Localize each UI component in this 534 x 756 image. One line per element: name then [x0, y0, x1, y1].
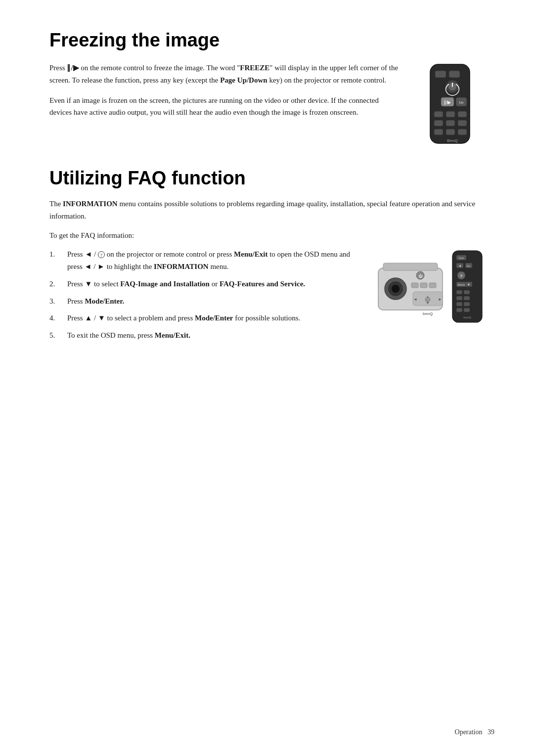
svg-text:∥/▶: ∥/▶: [444, 100, 451, 105]
freeze-section: Press ∥/▶ on the remote control to freez…: [49, 62, 494, 153]
faq-step-2-text: Press ▼ to select FAQ-Image and Installa…: [67, 278, 305, 290]
svg-rect-50: [456, 290, 462, 294]
svg-rect-56: [456, 308, 462, 312]
freeze-title: Freezing the image: [49, 30, 494, 51]
svg-text:Exit: Exit: [459, 257, 464, 260]
svg-rect-28: [420, 283, 427, 288]
svg-rect-15: [458, 120, 467, 126]
svg-rect-1: [435, 71, 446, 78]
footer-page: 39: [488, 728, 494, 736]
svg-rect-52: [456, 296, 462, 300]
svg-text:⏻: ⏻: [418, 274, 423, 278]
freeze-text-column: Press ∥/▶ on the remote control to freez…: [49, 62, 400, 127]
svg-rect-11: [446, 111, 455, 117]
faq-step-5-text: To exit the OSD menu, press Menu/Exit.: [67, 329, 190, 342]
svg-text:②: ②: [460, 274, 463, 277]
faq-step-4-text: Press ▲ / ▼ to select a problem and pres…: [67, 312, 300, 324]
faq-title: Utilizing FAQ function: [49, 168, 494, 189]
svg-text:benQ: benQ: [463, 316, 471, 319]
svg-rect-51: [464, 290, 470, 294]
svg-text:◄: ◄: [413, 297, 417, 302]
svg-rect-18: [458, 129, 467, 135]
freeze-para1: Press ∥/▶ on the remote control to freez…: [49, 62, 400, 87]
svg-rect-17: [446, 129, 455, 135]
faq-step-3-text: Press Mode/Enter.: [67, 295, 124, 308]
freeze-remote-image: ∥/▶ Me BenQ: [415, 62, 494, 153]
faq-content-area: Press ◄ / ? on the projector or remote c…: [49, 248, 494, 347]
remote-control-icon: ∥/▶ Me BenQ: [415, 62, 485, 151]
faq-step-1-text: Press ◄ / ? on the projector or remote c…: [67, 248, 366, 273]
faq-get-text: To get the FAQ information:: [49, 229, 494, 242]
svg-rect-16: [434, 129, 443, 135]
svg-text:BenQ: BenQ: [447, 138, 457, 143]
svg-rect-55: [464, 302, 470, 306]
faq-step-3: Press Mode/Enter.: [49, 295, 366, 308]
svg-text:►: ►: [438, 297, 442, 302]
svg-text:◄: ◄: [458, 264, 462, 267]
faq-step-2: Press ▼ to select FAQ-Image and Installa…: [49, 278, 366, 290]
svg-rect-14: [446, 120, 455, 126]
faq-intro-text: The INFORMATION menu contains possible s…: [49, 198, 494, 222]
svg-text:En: En: [467, 265, 470, 267]
svg-text:Me: Me: [459, 101, 464, 104]
svg-rect-12: [458, 111, 467, 117]
faq-ordered-list: Press ◄ / ? on the projector or remote c…: [49, 248, 366, 342]
svg-point-35: [425, 297, 430, 302]
svg-point-24: [392, 285, 400, 293]
svg-text:▼: ▼: [467, 283, 471, 286]
faq-steps-list: Press ◄ / ? on the projector or remote c…: [49, 248, 366, 347]
svg-rect-21: [383, 263, 438, 270]
faq-step-4: Press ▲ / ▼ to select a problem and pres…: [49, 312, 366, 324]
svg-rect-27: [411, 283, 418, 288]
svg-rect-54: [456, 302, 462, 306]
faq-section: Utilizing FAQ function The INFORMATION m…: [49, 168, 494, 347]
svg-rect-10: [434, 111, 443, 117]
page-footer: Operation 39: [455, 728, 494, 736]
svg-rect-53: [464, 296, 470, 300]
svg-rect-13: [434, 120, 443, 126]
footer-label: Operation: [455, 728, 483, 736]
svg-text:benQ: benQ: [423, 311, 433, 316]
svg-text:Blank: Blank: [457, 283, 465, 286]
faq-step-1: Press ◄ / ? on the projector or remote c…: [49, 248, 366, 273]
freeze-para2: Even if an image is frozen on the screen…: [49, 94, 400, 119]
projector-remote-icon: ⏻ ▲ ◄ ► ▼ benQ Exit: [376, 248, 490, 327]
svg-rect-2: [449, 71, 460, 78]
svg-rect-57: [464, 308, 470, 312]
svg-rect-29: [429, 283, 436, 288]
faq-step-5: To exit the OSD menu, press Menu/Exit.: [49, 329, 366, 342]
faq-devices-image: ⏻ ▲ ◄ ► ▼ benQ Exit: [376, 248, 494, 329]
